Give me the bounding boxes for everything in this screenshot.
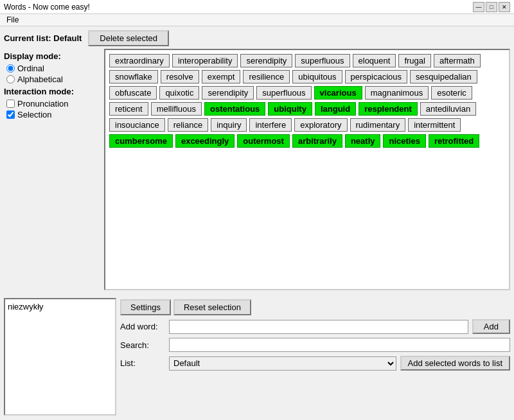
maximize-button[interactable]: □ — [486, 2, 497, 12]
close-button[interactable]: ✕ — [499, 2, 510, 12]
ordinal-radio[interactable] — [6, 64, 15, 73]
word-tag[interactable]: obfuscate — [109, 86, 157, 100]
word-tag[interactable]: snowflake — [109, 70, 158, 83]
word-tag[interactable]: resplendent — [359, 102, 418, 116]
word-tag[interactable]: interoperability — [172, 54, 238, 67]
word-tag[interactable]: exceedingly — [175, 134, 235, 148]
word-tag[interactable]: perspicacious — [345, 70, 408, 83]
word-tag[interactable]: inquiry — [211, 118, 247, 132]
controls-panel: Settings Reset selection Add word: Add S… — [120, 298, 510, 416]
word-tag[interactable]: intermittent — [408, 118, 461, 132]
alphabetical-radio-item[interactable]: Alphabetical — [6, 74, 100, 84]
word-tag[interactable]: vicarious — [314, 86, 362, 100]
word-tag[interactable]: magnanimous — [365, 86, 429, 100]
search-row: Search: — [120, 338, 510, 352]
alphabetical-radio[interactable] — [6, 75, 15, 83]
word-tag[interactable]: quixotic — [159, 86, 199, 100]
word-tag[interactable]: mellifluous — [151, 102, 202, 116]
title-bar: Words - Now come easy! — □ ✕ — [0, 0, 514, 14]
word-tag[interactable]: ubiquity — [268, 102, 312, 116]
word-tag[interactable]: interfere — [249, 118, 292, 132]
word-tag[interactable]: retrofitted — [429, 134, 479, 148]
bottom-section: niezwykły Settings Reset selection Add w… — [0, 294, 514, 419]
word-tag[interactable]: resilience — [243, 70, 290, 83]
pronunciation-checkbox-item[interactable]: Pronunciation — [6, 99, 100, 109]
word-tag[interactable]: esoteric — [431, 86, 472, 100]
translation-text: niezwykły — [8, 302, 44, 311]
header-row: Current list: Default Delete selected — [4, 30, 510, 46]
current-list-label: Current list: Default — [4, 33, 82, 43]
word-tag[interactable]: arbitrarily — [292, 134, 342, 148]
display-mode-label: Display mode: — [4, 51, 100, 61]
word-tag[interactable]: frugal — [398, 54, 431, 67]
button-row: Settings Reset selection — [120, 299, 510, 315]
pronunciation-checkbox[interactable] — [6, 100, 15, 108]
content-row: Display mode: Ordinal Alphabetical Inter… — [4, 49, 510, 290]
alphabetical-label: Alphabetical — [17, 74, 63, 84]
word-tag[interactable]: languid — [315, 102, 356, 116]
word-tag[interactable]: cumbersome — [109, 134, 173, 148]
word-tag[interactable]: reticent — [109, 102, 148, 116]
word-tag[interactable]: resolve — [161, 70, 199, 83]
add-button[interactable]: Add — [472, 319, 510, 334]
minimize-button[interactable]: — — [473, 2, 484, 12]
add-word-input[interactable] — [169, 320, 468, 334]
selection-checkbox-item[interactable]: Selection — [6, 110, 100, 119]
list-select[interactable]: Default — [169, 356, 396, 371]
add-to-list-button[interactable]: Add selected words to list — [400, 356, 510, 371]
word-tag[interactable]: rudimentary — [350, 118, 406, 132]
word-area: extraordinaryinteroperabilityserendipity… — [104, 49, 510, 290]
display-mode-radio-group: Ordinal Alphabetical — [4, 64, 100, 84]
file-menu[interactable]: File — [4, 15, 21, 24]
delete-selected-button[interactable]: Delete selected — [88, 30, 169, 46]
word-tag[interactable]: eloquent — [353, 54, 396, 67]
interaction-mode-label: Interaction mode: — [4, 87, 100, 96]
left-panel: Display mode: Ordinal Alphabetical Inter… — [4, 49, 100, 290]
word-tag[interactable]: neatly — [345, 134, 381, 148]
word-tag[interactable]: serendipity — [240, 54, 292, 67]
add-word-label: Add word: — [120, 322, 165, 331]
window-title: Words - Now come easy! — [4, 3, 473, 12]
reset-selection-button[interactable]: Reset selection — [173, 299, 251, 315]
top-section: Current list: Default Delete selected Di… — [0, 26, 514, 294]
word-tag[interactable]: niceties — [383, 134, 425, 148]
list-label: List: — [120, 358, 165, 368]
ordinal-radio-item[interactable]: Ordinal — [6, 64, 100, 73]
word-tag[interactable]: superfluous — [256, 86, 311, 100]
selection-checkbox[interactable] — [6, 110, 15, 119]
search-input[interactable] — [169, 338, 510, 352]
word-tag[interactable]: insouciance — [109, 118, 165, 132]
word-tag[interactable]: exploratory — [294, 118, 347, 132]
main-container: Current list: Default Delete selected Di… — [0, 26, 514, 419]
settings-button[interactable]: Settings — [120, 299, 171, 315]
window-controls: — □ ✕ — [473, 2, 510, 12]
selection-label: Selection — [17, 110, 51, 119]
menu-bar: File — [0, 14, 514, 26]
word-tag[interactable]: exempt — [202, 70, 241, 83]
word-tag[interactable]: aftermath — [434, 54, 481, 67]
word-tag[interactable]: ubiquitous — [292, 70, 342, 83]
word-tag[interactable]: sesquipedalian — [410, 70, 477, 83]
word-tag[interactable]: reliance — [168, 118, 209, 132]
word-tag[interactable]: serendipity — [202, 86, 254, 100]
word-tag[interactable]: antediluvian — [420, 102, 476, 116]
word-tag[interactable]: outermost — [237, 134, 290, 148]
search-label: Search: — [120, 340, 165, 350]
word-tag[interactable]: extraordinary — [109, 54, 170, 67]
word-tag[interactable]: superfluous — [295, 54, 350, 67]
add-word-row: Add word: Add — [120, 319, 510, 334]
list-row: List: Default Add selected words to list — [120, 356, 510, 371]
translation-box: niezwykły — [4, 298, 116, 416]
interaction-mode-checkbox-group: Pronunciation Selection — [4, 99, 100, 119]
ordinal-label: Ordinal — [17, 64, 44, 73]
pronunciation-label: Pronunciation — [17, 99, 69, 109]
word-tag[interactable]: ostentatious — [204, 102, 265, 116]
